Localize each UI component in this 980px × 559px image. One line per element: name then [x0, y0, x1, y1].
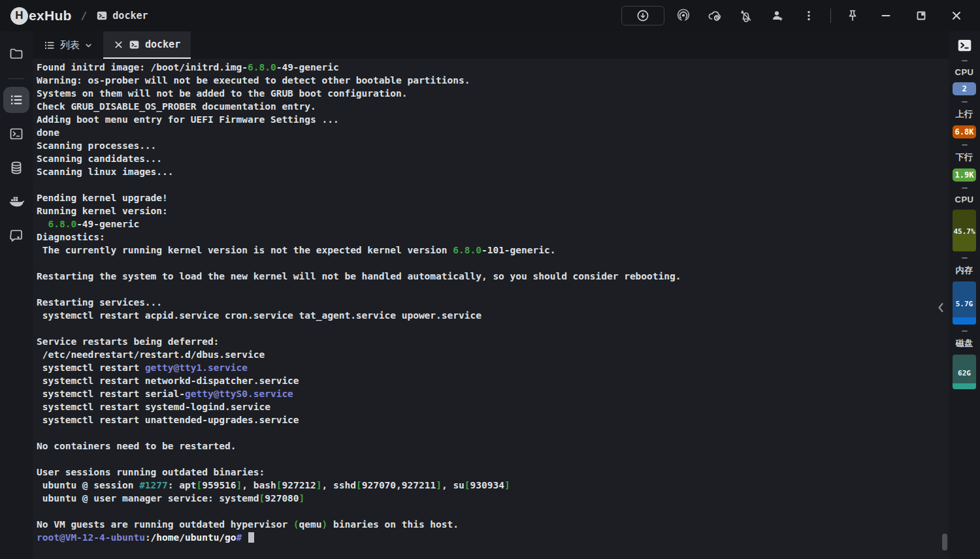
app-window: H exHub / docker — [0, 0, 980, 559]
terminal-line: Systems on them will not be added to the… — [37, 87, 942, 100]
right-stats-panel: CPU2上行6.8K下行1.9KCPU45.7%内存5.7G磁盘62G — [949, 31, 980, 559]
sidebar-item-files[interactable] — [3, 40, 29, 67]
stat-divider — [962, 60, 968, 61]
add-user-icon[interactable] — [765, 6, 790, 25]
terminal-icon — [8, 126, 24, 142]
tab-close-icon[interactable] — [114, 40, 123, 50]
terminal-line — [37, 283, 942, 296]
terminal-line: ubuntu @ user manager service: systemd[9… — [37, 492, 942, 505]
stat-gauge: 62G — [953, 355, 976, 389]
app-body: 列表 docker Found initrd image: /boot/init… — [0, 31, 980, 559]
stat-cpu-count: CPU2 — [953, 60, 977, 95]
maximize-button[interactable] — [907, 5, 936, 26]
sidebar-item-database[interactable] — [3, 155, 29, 181]
sidebar-item-terminal[interactable] — [3, 121, 29, 147]
panel-terminal-icon[interactable] — [957, 38, 972, 53]
minimize-button[interactable] — [872, 5, 900, 26]
terminal-line: Running kernel version: — [37, 204, 942, 217]
main-area: 列表 docker Found initrd image: /boot/init… — [33, 31, 949, 559]
app-logo: H exHub — [10, 7, 72, 25]
stat-label: 磁盘 — [956, 338, 973, 349]
stat-disk: 磁盘62G — [953, 330, 977, 389]
folder-icon — [8, 46, 24, 61]
terminal-line — [37, 322, 942, 335]
stat-label: 上行 — [956, 108, 973, 120]
terminal-line: systemctl restart serial-getty@ttyS0.ser… — [37, 387, 942, 400]
terminal-line: The currently running kernel version is … — [37, 244, 942, 257]
collapse-panel-icon[interactable] — [936, 300, 946, 315]
hotspot-icon[interactable] — [671, 6, 696, 25]
terminal-line: systemctl restart getty@tty1.service — [37, 361, 942, 374]
terminal-cursor — [248, 532, 254, 543]
stat-cpu-usage: CPU45.7% — [953, 187, 977, 251]
pin-icon[interactable] — [840, 6, 865, 25]
close-button[interactable] — [942, 5, 971, 26]
sidebar-item-chat[interactable] — [3, 223, 29, 249]
stat-value-badge: 2 — [953, 82, 976, 95]
stats-list: CPU2上行6.8K下行1.9KCPU45.7%内存5.7G磁盘62G — [953, 54, 977, 389]
terminal-line — [37, 178, 942, 191]
terminal-line: 6.8.0-49-generic — [37, 217, 942, 231]
session-list-dropdown[interactable]: 列表 — [33, 31, 103, 59]
terminal-line: Scanning linux images... — [37, 165, 942, 178]
terminal-line — [37, 505, 942, 518]
stat-gauge: 5.7G — [953, 281, 976, 325]
vertical-scrollbar-thumb[interactable] — [942, 534, 947, 551]
stat-value-badge: 6.8K — [953, 125, 977, 138]
stat-memory: 内存5.7G — [953, 257, 977, 325]
stat-divider — [962, 101, 968, 103]
chevron-down-icon — [84, 41, 93, 50]
terminal-line — [37, 453, 942, 466]
stat-divider — [962, 330, 968, 332]
terminal-line: systemctl restart acpid.service cron.ser… — [37, 309, 942, 322]
terminal-line: Diagnostics: — [37, 231, 942, 244]
stat-label: 内存 — [956, 264, 973, 276]
stat-label: CPU — [955, 195, 974, 204]
stat-label: 下行 — [956, 152, 973, 163]
terminal-line: ubuntu @ session #1277: apt[959516], bas… — [37, 479, 942, 492]
titlebar: H exHub / docker — [0, 0, 980, 31]
stat-gauge: 45.7% — [953, 210, 976, 251]
notifications-off-icon[interactable] — [734, 6, 759, 25]
titlebar-divider — [830, 8, 831, 23]
terminal-line: systemctl restart networkd-dispatcher.se… — [37, 374, 942, 387]
terminal-output[interactable]: Found initrd image: /boot/initrd.img-6.8… — [33, 59, 949, 559]
breadcrumb-separator: / — [81, 10, 88, 22]
cloud-sync-icon[interactable] — [702, 6, 727, 25]
sidebar-item-list[interactable] — [3, 87, 29, 113]
terminal-line: Restarting the system to load the new ke… — [37, 270, 942, 283]
terminal-line: Scanning candidates... — [37, 152, 942, 165]
terminal-line: root@VM-12-4-ubuntu:/home/ubuntu/go# — [37, 531, 942, 544]
app-name: exHub — [29, 8, 72, 24]
session-label: docker — [112, 10, 148, 22]
breadcrumb-session[interactable]: docker — [96, 10, 148, 22]
list-icon — [43, 39, 56, 52]
sidebar-item-docker[interactable] — [3, 189, 29, 215]
stat-divider — [962, 144, 968, 146]
terminal-line: Service restarts being deferred: — [37, 335, 942, 348]
left-sidebar — [0, 31, 33, 559]
terminal-line: systemctl restart systemd-logind.service — [37, 400, 942, 413]
tab-label: docker — [145, 39, 180, 50]
terminal-line: /etc/needrestart/restart.d/dbus.service — [37, 348, 942, 361]
terminal-line: Found initrd image: /boot/initrd.img-6.8… — [37, 61, 942, 74]
stat-label: CPU — [955, 67, 974, 77]
stat-value-badge: 1.9K — [953, 168, 977, 182]
stat-divider — [962, 257, 968, 259]
logo-h-icon: H — [10, 7, 28, 25]
chat-lightning-icon — [8, 228, 24, 244]
terminal-mini-icon — [96, 10, 108, 22]
terminal-line: Pending kernel upgrade! — [37, 191, 942, 204]
terminal-line: No containers need to be restarted. — [37, 439, 942, 453]
stat-upload: 上行6.8K — [953, 101, 977, 138]
download-button[interactable] — [621, 6, 664, 25]
more-menu-icon[interactable] — [796, 6, 821, 25]
terminal-line: User sessions running outdated binaries: — [37, 466, 942, 479]
terminal-mini-icon — [129, 39, 140, 50]
titlebar-actions — [621, 5, 971, 26]
terminal-line — [37, 257, 942, 270]
list-icon — [8, 92, 24, 108]
stat-divider — [962, 187, 968, 189]
list-dropdown-label: 列表 — [60, 39, 80, 52]
tab-docker[interactable]: docker — [103, 31, 191, 59]
